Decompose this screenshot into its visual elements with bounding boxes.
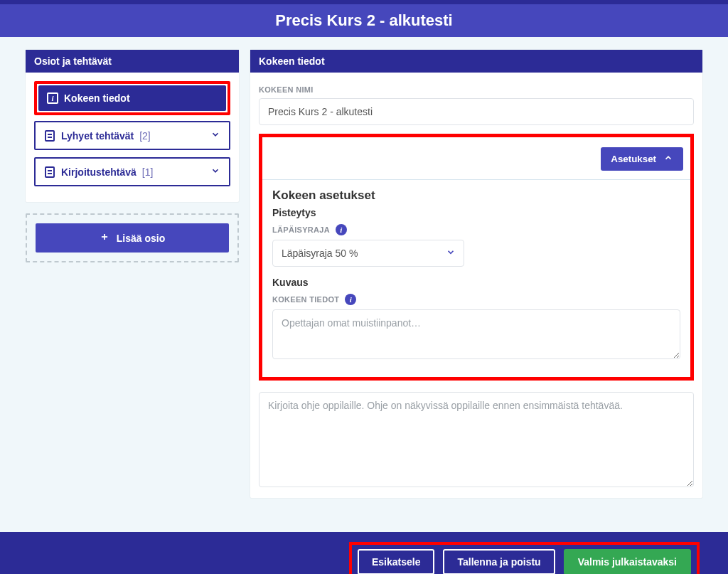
- sidebar-header: Osiot ja tehtävät: [26, 50, 239, 73]
- threshold-select[interactable]: [272, 240, 464, 267]
- sidebar-item-label: Kokeen tiedot: [64, 92, 130, 104]
- footer-bar: Esikatsele Tallenna ja poistu Valmis jul…: [0, 532, 728, 574]
- main-panel: Kokeen tiedot KOKEEN NIMI Asetukset: [250, 50, 702, 498]
- add-section-button[interactable]: Lisää osio: [36, 223, 229, 253]
- settings-toggle-button[interactable]: Asetukset: [601, 147, 683, 171]
- description-heading: Kuvaus: [272, 277, 680, 288]
- settings-heading: Kokeen asetukset: [272, 188, 680, 203]
- add-section-area: Lisää osio: [26, 213, 239, 262]
- info-icon[interactable]: i: [336, 224, 347, 235]
- sidebar-item-label: Lyhyet tehtävät: [61, 130, 134, 142]
- highlight-footer-buttons: Esikatsele Tallenna ja poistu Valmis jul…: [349, 542, 700, 574]
- scoring-heading: Pisteytys: [272, 207, 680, 218]
- sidebar-item-count: [2]: [139, 130, 151, 142]
- add-section-label: Lisää osio: [117, 233, 165, 244]
- preview-button[interactable]: Esikatsele: [358, 549, 435, 574]
- student-instructions-textarea[interactable]: [259, 392, 694, 487]
- exam-name-label: KOKEEN NIMI: [259, 85, 694, 94]
- page-title: Precis Kurs 2 - alkutesti: [0, 4, 728, 37]
- settings-toggle-label: Asetukset: [611, 154, 656, 164]
- highlight-settings-block: Asetukset Kokeen asetukset Pisteytys LÄP…: [259, 134, 694, 381]
- exam-name-input[interactable]: [259, 98, 694, 125]
- info-icon[interactable]: i: [345, 294, 356, 305]
- chevron-down-icon: [210, 166, 220, 178]
- sidebar-panel: Osiot ja tehtävät i Kokeen tiedot Lyhyet…: [26, 50, 239, 202]
- highlight-sidebar-active: i Kokeen tiedot: [34, 81, 230, 115]
- publish-button[interactable]: Valmis julkaistavaksi: [564, 549, 691, 574]
- exam-details-textarea[interactable]: [272, 309, 680, 359]
- main-header: Kokeen tiedot: [250, 50, 702, 73]
- document-icon: [44, 166, 55, 178]
- threshold-label: LÄPÄISYRAJA: [272, 225, 330, 234]
- sidebar-item-short-tasks[interactable]: Lyhyet tehtävät [2]: [34, 121, 230, 150]
- chevron-up-icon: [663, 153, 673, 165]
- sidebar-item-count: [1]: [142, 166, 154, 178]
- document-icon: [44, 130, 55, 142]
- info-square-icon: i: [47, 92, 58, 104]
- chevron-down-icon: [210, 129, 220, 142]
- sidebar-item-exam-info[interactable]: i Kokeen tiedot: [38, 85, 226, 111]
- save-exit-button[interactable]: Tallenna ja poistu: [443, 549, 555, 574]
- plus-icon: [100, 232, 109, 244]
- sidebar-item-writing-task[interactable]: Kirjoitustehtävä [1]: [34, 157, 230, 186]
- sidebar-item-label: Kirjoitustehtävä: [61, 166, 136, 178]
- exam-details-label: KOKEEN TIEDOT: [272, 295, 339, 304]
